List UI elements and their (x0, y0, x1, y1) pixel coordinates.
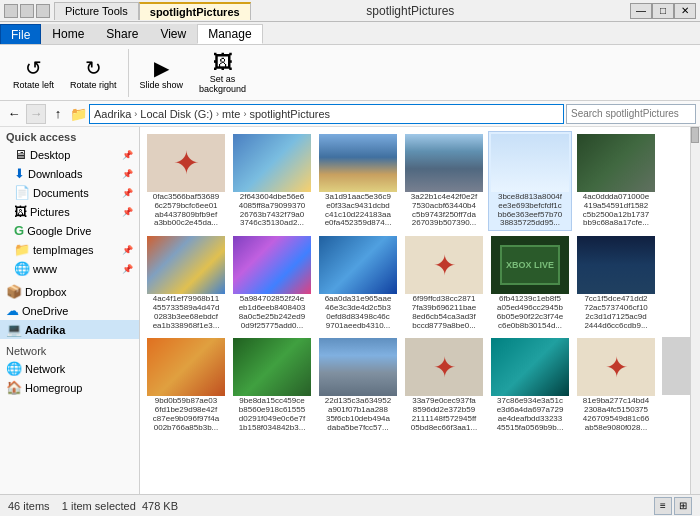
sidebar-item-documents[interactable]: 📄 Documents 📌 (0, 183, 139, 202)
tempimages-label: tempImages (33, 244, 119, 256)
path-seg-3: spotlightPictures (249, 108, 330, 120)
file-item-5[interactable]: 4ac0ddda071000e419a54591df1582c5b2500a12… (574, 131, 658, 231)
pictures-label: Pictures (30, 206, 119, 218)
sidebar-item-downloads[interactable]: ⬇ Downloads 📌 (0, 164, 139, 183)
sidebar-item-dropbox[interactable]: 📦 Dropbox (0, 282, 139, 301)
tab-picture-tools[interactable]: Picture Tools (54, 2, 139, 20)
file-item-0[interactable]: ✦ 0fac3566baf536896c2579bcfc6ee01ab44378… (144, 131, 228, 231)
filename-3: 3a22b1c4e42f0e2f7530acbf63440b4c5b9743f2… (411, 193, 477, 228)
tempimages-icon: 📁 (14, 242, 30, 257)
file-item-11[interactable]: 7cc1f5dce471dd272ac5737406cf102c3d1d7125… (574, 233, 658, 333)
file-item-blank-2 (660, 233, 690, 333)
www-icon: 🌐 (14, 261, 30, 276)
sidebar-item-desktop[interactable]: 🖥 Desktop 📌 (0, 145, 139, 164)
ribbon-tab-share[interactable]: Share (95, 24, 149, 44)
maximize-button[interactable]: □ (652, 3, 674, 19)
file-item-7[interactable]: 5a984702852f24eeb1d6eeb84084038a0c5e25b2… (230, 233, 314, 333)
item-count: 46 items (8, 500, 50, 512)
icon-sq2 (20, 4, 34, 18)
documents-icon: 📄 (14, 185, 30, 200)
file-item-16[interactable]: 37c86e934e3a51ce3d6a4da697a729ae4deafbdd… (488, 335, 572, 435)
path-seg-1: Local Disk (G:) (140, 108, 213, 120)
documents-label: Documents (33, 187, 119, 199)
pin-icon-downloads: 📌 (122, 169, 133, 179)
filename-6: 4ac4f1ef79968b11455733589a4d47d0283b3ee6… (153, 295, 220, 330)
ribbon-btn-setbackground[interactable]: 🖼 Set asbackground (192, 48, 253, 97)
pin-icon-documents: 📌 (122, 188, 133, 198)
address-path-box[interactable]: Aadrika › Local Disk (G:) › mte › spotli… (89, 104, 564, 124)
pictures-icon: 🖼 (14, 204, 27, 219)
close-button[interactable]: ✕ (674, 3, 696, 19)
onedrive-icon: ☁ (6, 303, 19, 318)
ribbon-tab-view[interactable]: View (149, 24, 197, 44)
window-controls: — □ ✕ (630, 3, 696, 19)
file-item-6[interactable]: 4ac4f1ef79968b11455733589a4d47d0283b3ee6… (144, 233, 228, 333)
content-area: ✦ 0fac3566baf536896c2579bcfc6ee01ab44378… (140, 127, 690, 494)
filename-1: 2f643604dbe56e64085ff8a7909937026763b743… (239, 193, 306, 228)
ribbon-tab-manage[interactable]: Manage (197, 24, 262, 44)
file-item-3[interactable]: 3a22b1c4e42f0e2f7530acbf63440b4c5b9743f2… (402, 131, 486, 231)
back-button[interactable]: ← (4, 104, 24, 124)
www-label: www (33, 263, 119, 275)
ribbon-separator-1 (128, 49, 129, 97)
filename-10: 6fb41239c1eb8f5a05ed496cc2945b6b05e90f22… (497, 295, 563, 330)
ribbon-btn-rotate-right[interactable]: ↻ Rotate right (63, 53, 124, 93)
filename-9: 6f99ffcd38cc28717fa39b696211bae8ed6cb54c… (412, 295, 477, 330)
file-item-15[interactable]: ✦ 33a79e0cec937fa8596dd2e372b592111148f5… (402, 335, 486, 435)
window-title: spotlightPictures (366, 4, 454, 18)
filename-8: 6aa0da31e965aae46e3c3de4d2c5b30efd8d8349… (325, 295, 392, 330)
filename-5: 4ac0ddda071000e419a54591df1582c5b2500a12… (583, 193, 649, 228)
sidebar-section-quickaccess: Quick access (0, 129, 139, 145)
file-item-4[interactable]: 3bce8d813a8004fee3e693befcfdf1cbb6e363ee… (488, 131, 572, 231)
file-item-blank-1 (660, 131, 690, 231)
file-item-14[interactable]: 22d135c3a634952a901f07b1aa28835f6cb10deb… (316, 335, 400, 435)
folder-icon-addr: 📁 (70, 106, 87, 122)
file-item-13[interactable]: 9be8da15cc459ceb8560e918c61555d0291f049e… (230, 335, 314, 435)
up-button[interactable]: ↑ (48, 104, 68, 124)
window-icon-group (4, 4, 50, 18)
status-bar: 46 items 1 item selected 478 KB ≡ ⊞ (0, 494, 700, 516)
filename-11: 7cc1f5dce471dd272ac5737406cf102c3d1d7125… (584, 295, 648, 330)
ribbon-btn-rotate-left[interactable]: ↺ Rotate left (6, 53, 61, 93)
search-input[interactable] (571, 108, 698, 119)
address-bar: ← → ↑ 📁 Aadrika › Local Disk (G:) › mte … (0, 101, 700, 127)
aadrika-icon: 💻 (6, 322, 22, 337)
tab-spotlight-pictures[interactable]: spotlightPictures (139, 2, 251, 20)
file-item-8[interactable]: 6aa0da31e965aae46e3c3de4d2c5b30efd8d8349… (316, 233, 400, 333)
sidebar-item-homegroup[interactable]: 🏠 Homegroup (0, 378, 139, 397)
search-box[interactable]: 🔍 (566, 104, 696, 124)
sidebar-item-network[interactable]: 🌐 Network (0, 359, 139, 378)
network-icon: 🌐 (6, 361, 22, 376)
ribbon-tab-file[interactable]: File (0, 24, 41, 44)
sidebar-item-tempimages[interactable]: 📁 tempImages 📌 (0, 240, 139, 259)
selection-info: 1 item selected (62, 500, 136, 512)
file-item-12[interactable]: 9bd0b59b87ae036fd1be29d98e42fc87ee9b096f… (144, 335, 228, 435)
ribbon-content: ↺ Rotate left ↻ Rotate right ▶ Slide sho… (0, 45, 700, 101)
icon-sq3 (36, 4, 50, 18)
filename-13: 9be8da15cc459ceb8560e918c61555d0291f049e… (239, 397, 306, 432)
view-details-button[interactable]: ≡ (654, 497, 672, 515)
vertical-scrollbar[interactable] (690, 127, 700, 494)
homegroup-icon: 🏠 (6, 380, 22, 395)
file-item-2[interactable]: 3a1d91aac5e36c9e0f33ac9431dcbdc41c10d224… (316, 131, 400, 231)
sidebar-item-onedrive[interactable]: ☁ OneDrive (0, 301, 139, 320)
filename-16: 37c86e934e3a51ce3d6a4da697a729ae4deafbdd… (497, 397, 564, 432)
file-item-17[interactable]: ✦ 81e9ba277c14bd42308a4fc515037542670954… (574, 335, 658, 435)
filename-17: 81e9ba277c14bd42308a4fc5150375426709549d… (583, 397, 649, 432)
sidebar-item-aadrika[interactable]: 💻 Aadrika (0, 320, 139, 339)
sidebar-item-googledrive[interactable]: G Google Drive (0, 221, 139, 240)
ribbon-btn-slideshow[interactable]: ▶ Slide show (133, 53, 191, 93)
file-item-9[interactable]: ✦ 6f99ffcd38cc28717fa39b696211bae8ed6cb5… (402, 233, 486, 333)
sidebar-item-www[interactable]: 🌐 www 📌 (0, 259, 139, 278)
file-item-1[interactable]: 2f643604dbe56e64085ff8a7909937026763b743… (230, 131, 314, 231)
filename-15: 33a79e0cec937fa8596dd2e372b592111148f572… (411, 397, 477, 432)
sidebar-item-pictures[interactable]: 🖼 Pictures 📌 (0, 202, 139, 221)
path-arrow-1: › (216, 109, 219, 119)
forward-button[interactable]: → (26, 104, 46, 124)
file-item-10[interactable]: XBOX LIVE 6fb41239c1eb8f5a05ed496cc2945b… (488, 233, 572, 333)
pin-icon-tempimages: 📌 (122, 245, 133, 255)
path-seg-2: mte (222, 108, 240, 120)
ribbon-tab-home[interactable]: Home (41, 24, 95, 44)
view-large-icons-button[interactable]: ⊞ (674, 497, 692, 515)
minimize-button[interactable]: — (630, 3, 652, 19)
